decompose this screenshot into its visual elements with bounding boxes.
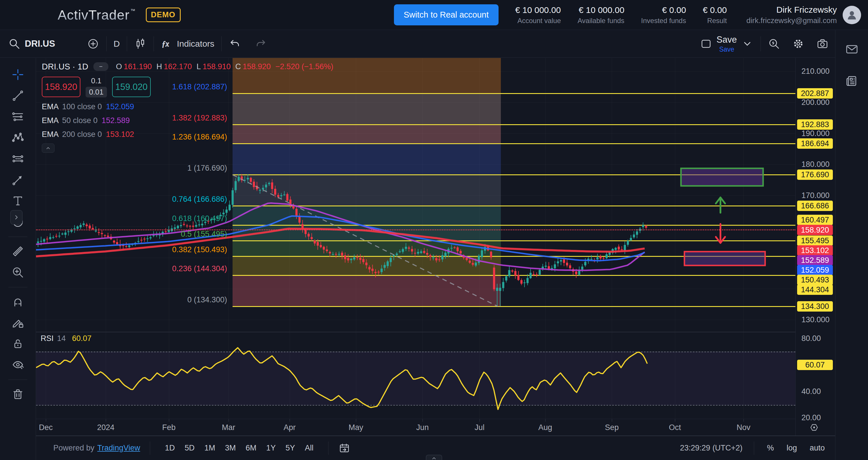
- price-axis-label: 190.000: [801, 129, 830, 138]
- settings-button[interactable]: [792, 37, 805, 50]
- bottom-panel-expander[interactable]: [426, 455, 442, 460]
- chart-legend: DRI.US · 1D O161.190 H162.170 L158.910 C…: [42, 61, 334, 153]
- tool-eye-hide[interactable]: [9, 356, 27, 374]
- price-axis-label: 130.000: [801, 315, 830, 324]
- auto-scale-button[interactable]: auto: [809, 443, 825, 453]
- time-axis-tick: [612, 419, 612, 422]
- tool-projection[interactable]: [9, 150, 27, 168]
- arrow-marker-icon: [11, 173, 25, 186]
- bottom-divider: [150, 441, 150, 455]
- range-button-5d[interactable]: 5D: [180, 441, 200, 455]
- undo-button[interactable]: [228, 37, 241, 50]
- price-pane[interactable]: DRI.US · 1D O161.190 H162.170 L158.910 C…: [36, 58, 795, 332]
- crosshair-icon: [11, 68, 25, 81]
- redo-button[interactable]: [254, 37, 267, 50]
- range-button-all[interactable]: All: [300, 441, 318, 455]
- tool-trash[interactable]: [9, 385, 27, 403]
- ema-legend-row[interactable]: EMA100 close 0152.059: [42, 102, 334, 111]
- save-button[interactable]: Save Save: [716, 35, 737, 53]
- price-badge: 155.495: [797, 236, 833, 246]
- ruler-icon: [11, 245, 25, 258]
- lock-icon: [11, 337, 25, 350]
- indicators-button[interactable]: ƒx Indicators: [161, 37, 214, 50]
- percent-scale-button[interactable]: %: [767, 443, 774, 453]
- range-button-1m[interactable]: 1M: [199, 441, 220, 455]
- tool-xabcd-pattern[interactable]: [9, 128, 27, 147]
- text-tool-icon: [11, 194, 25, 208]
- indicators-label: Indicators: [177, 39, 214, 49]
- account-stat: € 10 000.00Available funds: [578, 5, 624, 25]
- date-ranges: 1D5D1M3M6M1Y5YAll: [160, 441, 318, 455]
- chart-plot[interactable]: DRI.US · 1D O161.190 H162.170 L158.910 C…: [36, 58, 795, 435]
- stat-value: € 0.00: [662, 5, 686, 15]
- chevron-up-icon: [45, 145, 51, 151]
- tool-edit-lock[interactable]: [9, 314, 27, 332]
- high-value: 162.170: [164, 62, 192, 71]
- tool-text-tool[interactable]: [9, 192, 27, 210]
- buy-button[interactable]: 159.020: [112, 77, 151, 97]
- range-button-5y[interactable]: 5Y: [281, 441, 300, 455]
- add-symbol-button[interactable]: [87, 37, 99, 50]
- timeframe-button[interactable]: D: [114, 39, 120, 49]
- save-label: Save: [716, 35, 737, 45]
- close-value: 158.920: [243, 62, 271, 71]
- save-menu-button[interactable]: [741, 37, 753, 50]
- time-axis-tick: [423, 419, 423, 422]
- switch-to-real-button[interactable]: Switch to Real account: [394, 4, 499, 25]
- watchlist-expander[interactable]: [10, 210, 23, 224]
- time-axis-tick: [675, 419, 675, 422]
- tool-magnet[interactable]: [9, 293, 27, 311]
- pane-target-button[interactable]: [808, 422, 821, 433]
- plus-circle-icon: [87, 37, 99, 50]
- account-stat: € 0.00Invested funds: [641, 5, 686, 25]
- layout-button[interactable]: [700, 37, 712, 50]
- tools-divider: [8, 379, 27, 380]
- log-scale-button[interactable]: log: [786, 443, 797, 453]
- snapshot-button[interactable]: [816, 37, 829, 50]
- ema-params: 200 close 0: [62, 130, 102, 139]
- collapse-legend-button[interactable]: [42, 144, 55, 153]
- hexagon-target-icon: [808, 422, 820, 433]
- ema-legend-row[interactable]: EMA200 close 0153.102: [42, 130, 334, 139]
- range-button-6m[interactable]: 6M: [241, 441, 261, 455]
- ema-legend-row[interactable]: EMA50 close 0152.589: [42, 116, 334, 125]
- account-stat: € 10 000.00Account value: [515, 5, 561, 25]
- mail-button[interactable]: [845, 42, 859, 56]
- powered-by-label: Powered by: [53, 443, 95, 453]
- tool-crosshair[interactable]: [9, 65, 27, 84]
- tool-zoom-in[interactable]: [9, 263, 27, 282]
- toolbar-divider: [221, 36, 222, 51]
- demo-badge: DEMO: [146, 7, 181, 22]
- tool-trend-line[interactable]: [9, 87, 27, 105]
- sell-button[interactable]: 158.920: [42, 77, 81, 97]
- go-to-date-button[interactable]: [338, 442, 350, 454]
- range-button-1d[interactable]: 1D: [160, 441, 180, 455]
- tool-ruler[interactable]: [9, 242, 27, 260]
- toolbar-right: Save Save: [700, 35, 829, 53]
- tool-lock[interactable]: [9, 335, 27, 353]
- rsi-pane[interactable]: RSI 14 60.07: [36, 332, 795, 419]
- chart-style-button[interactable]: [134, 37, 147, 50]
- time-axis-tick: [228, 419, 229, 422]
- hide-series-button[interactable]: [93, 62, 108, 71]
- range-button-1y[interactable]: 1Y: [261, 441, 281, 455]
- range-button-3m[interactable]: 3M: [220, 441, 241, 455]
- session-clock[interactable]: 23:29:29 (UTC+2): [680, 443, 743, 453]
- fib-label: 0.764 (166.686): [172, 195, 227, 204]
- symbol-search[interactable]: DRI.US: [8, 37, 55, 50]
- quick-search-button[interactable]: [768, 37, 780, 50]
- price-axis-label: 200.000: [801, 98, 830, 107]
- tool-arrow-marker[interactable]: [9, 171, 27, 189]
- news-button[interactable]: [845, 74, 859, 88]
- time-axis-label: Apr: [284, 423, 296, 432]
- search-icon: [8, 37, 21, 50]
- tool-fib-retracement[interactable]: [9, 108, 27, 126]
- stat-value: € 10 000.00: [515, 5, 561, 15]
- fib-retracement-icon: [11, 110, 25, 123]
- trend-line-icon: [11, 89, 25, 102]
- avatar[interactable]: [843, 6, 861, 24]
- tradingview-link[interactable]: TradingView: [97, 443, 141, 453]
- time-axis[interactable]: Dec2024FebMarAprMayJunJulAugSepOctNov: [36, 419, 795, 435]
- price-axis[interactable]: 210.000200.000190.000180.000170.000130.0…: [795, 58, 835, 435]
- calendar-go-icon: [338, 442, 350, 454]
